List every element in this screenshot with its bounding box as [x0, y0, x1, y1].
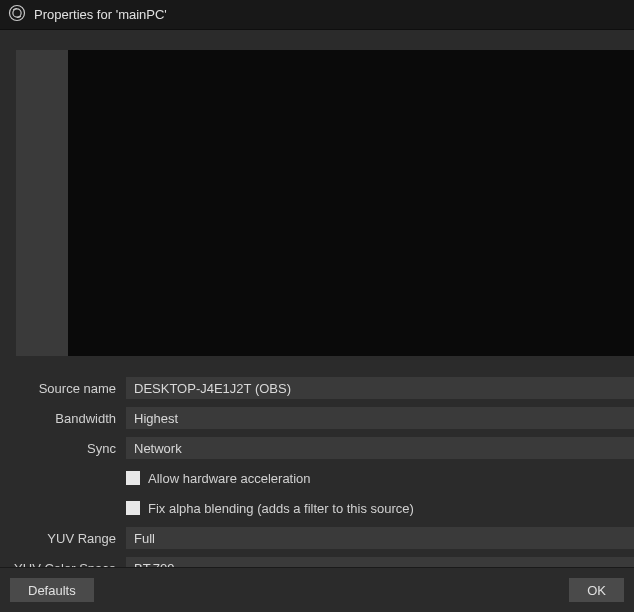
hw-accel-row: Allow hardware acceleration: [0, 466, 634, 490]
bandwidth-label: Bandwidth: [0, 411, 126, 426]
yuv-range-select[interactable]: Full: [126, 527, 634, 549]
ok-button[interactable]: OK: [569, 578, 624, 602]
preview-area: [0, 50, 634, 376]
bandwidth-select[interactable]: Highest: [126, 407, 634, 429]
defaults-button[interactable]: Defaults: [10, 578, 94, 602]
preview-canvas: [68, 50, 634, 356]
preview-side-strip: [16, 50, 68, 356]
alpha-blend-row: Fix alpha blending (adds a filter to thi…: [0, 496, 634, 520]
obs-icon: [8, 4, 26, 25]
source-name-input[interactable]: [126, 377, 634, 399]
sync-label: Sync: [0, 441, 126, 456]
alpha-blend-checkbox[interactable]: [126, 501, 140, 515]
yuv-color-row: YUV Color Space BT.709: [0, 556, 634, 567]
window-title: Properties for 'mainPC': [34, 7, 167, 22]
svg-point-0: [10, 6, 25, 21]
content-area: Source name Bandwidth Highest Sync Netwo…: [0, 30, 634, 567]
sync-value: Network: [134, 441, 182, 456]
dialog-footer: Defaults OK: [0, 567, 634, 612]
hw-accel-label: Allow hardware acceleration: [148, 471, 311, 486]
titlebar: Properties for 'mainPC': [0, 0, 634, 30]
yuv-range-value: Full: [134, 531, 155, 546]
bandwidth-row: Bandwidth Highest: [0, 406, 634, 430]
svg-point-1: [13, 9, 21, 17]
properties-form: Source name Bandwidth Highest Sync Netwo…: [0, 376, 634, 567]
yuv-range-row: YUV Range Full: [0, 526, 634, 550]
bandwidth-value: Highest: [134, 411, 178, 426]
sync-row: Sync Network: [0, 436, 634, 460]
yuv-range-label: YUV Range: [0, 531, 126, 546]
yuv-color-select[interactable]: BT.709: [126, 557, 634, 567]
source-name-label: Source name: [0, 381, 126, 396]
hw-accel-checkbox[interactable]: [126, 471, 140, 485]
alpha-blend-label: Fix alpha blending (adds a filter to thi…: [148, 501, 414, 516]
source-name-row: Source name: [0, 376, 634, 400]
sync-select[interactable]: Network: [126, 437, 634, 459]
